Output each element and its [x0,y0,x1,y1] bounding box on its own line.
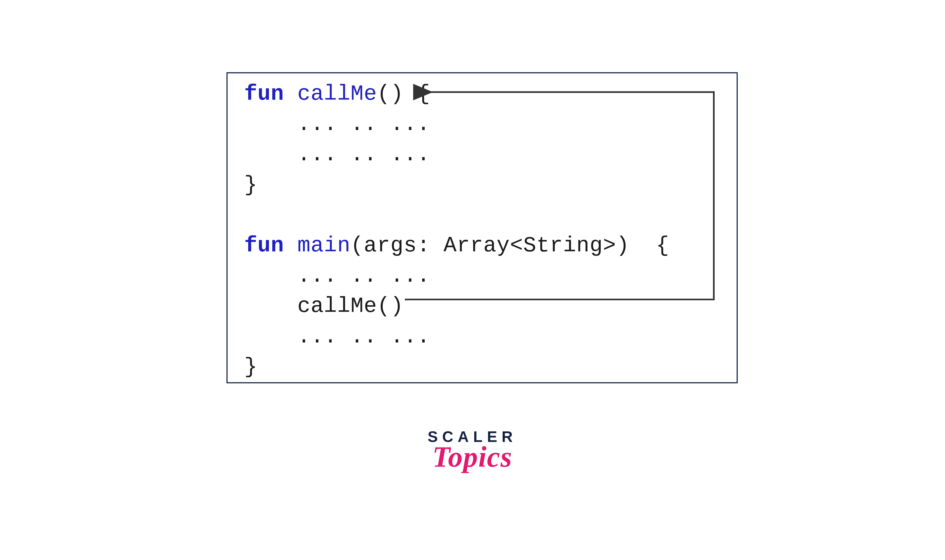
parens-1: () [377,82,404,106]
scaler-topics-logo: SCALER Topics [417,428,528,474]
code-diagram-box: fun callMe() { ... .. ... ... .. ... } f… [226,72,738,383]
keyword-fun-1: fun [244,82,284,106]
brace-open-1: { [404,82,430,106]
code-line-dots-4: ... .. ... [244,322,720,352]
code-line-close-2: } [244,352,720,382]
code-line-dots-1: ... .. ... [244,109,720,140]
code-line-main: fun main(args: Array<String>) { [244,231,720,261]
code-line-dots-3: ... .. ... [244,261,720,291]
code-line-close-1: } [244,170,720,200]
code-line-call: callMe() [244,291,720,322]
code-content: fun callMe() { ... .. ... ... .. ... } f… [244,79,720,382]
func-name-callme: callMe [297,82,377,106]
logo-text-topics: Topics [417,440,528,474]
keyword-fun-2: fun [244,233,284,258]
code-line-dots-2: ... .. ... [244,140,720,170]
code-line-1: fun callMe() { [244,79,720,109]
func-name-main: main [297,233,350,258]
main-params: (args: Array<String>) { [350,233,669,258]
code-line-blank [244,200,720,231]
